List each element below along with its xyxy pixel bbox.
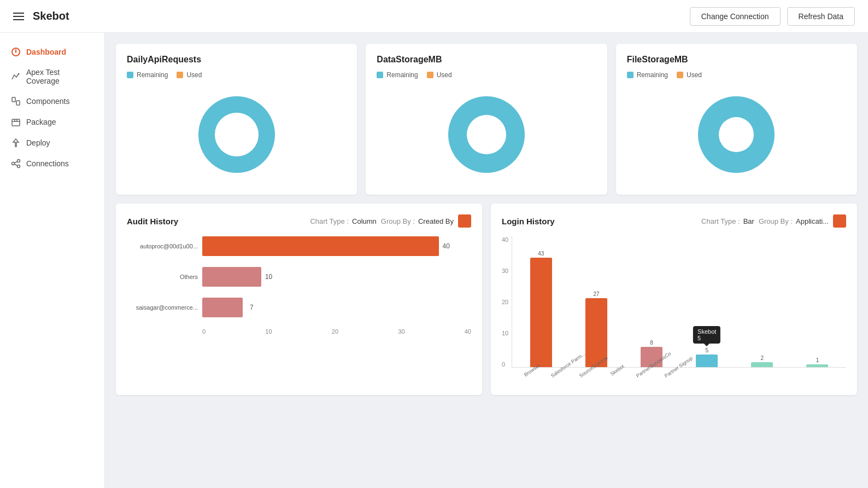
file-storage-title: FileStorageMB bbox=[627, 55, 846, 65]
audit-bar-val-1: 10 bbox=[265, 273, 272, 281]
audit-chart-body: autoproc@00d1u00... 40 Others 10 bbox=[127, 236, 471, 346]
svg-point-12 bbox=[215, 113, 259, 156]
daily-api-title: DailyApiRequests bbox=[127, 55, 346, 65]
remaining-dot bbox=[127, 72, 133, 78]
svg-point-1 bbox=[15, 51, 17, 53]
sidebar-item-apex[interactable]: Apex Test Coverage bbox=[0, 62, 104, 91]
audit-bar-row-2: saisagar@commerce... 7 bbox=[127, 298, 471, 317]
sidebar: Dashboard Apex Test Coverage Components bbox=[0, 33, 105, 488]
audit-x-axis: 0 10 20 30 40 bbox=[127, 328, 471, 335]
app-header: Skebot Change Connection Refresh Data bbox=[0, 0, 868, 33]
daily-api-legend: Remaining Used bbox=[127, 71, 346, 79]
audit-bar-row-0: autoproc@00d1u00... 40 bbox=[127, 236, 471, 256]
login-bar-0 bbox=[530, 258, 552, 367]
login-color-swatch bbox=[833, 214, 846, 228]
audit-x-2: 20 bbox=[332, 328, 338, 335]
bottom-cards-row: Audit History Chart Type : Column Group … bbox=[116, 204, 857, 395]
data-storage-remaining-legend: Remaining bbox=[377, 71, 418, 79]
login-chart-type-label: Chart Type : bbox=[701, 217, 740, 225]
fs-remaining-label: Remaining bbox=[637, 71, 668, 79]
svg-rect-3 bbox=[12, 97, 15, 102]
sidebar-item-dashboard[interactable]: Dashboard bbox=[0, 42, 104, 62]
file-storage-legend: Remaining Used bbox=[627, 71, 846, 79]
audit-bar-val-0: 40 bbox=[443, 242, 450, 250]
login-bar-group-0: 43 bbox=[517, 251, 565, 367]
login-chart-header: Login History Chart Type : Bar Group By … bbox=[502, 214, 846, 228]
login-group-by-label: Group By : bbox=[759, 217, 793, 225]
ds-used-dot bbox=[427, 72, 433, 78]
audit-bar-track-2: 7 bbox=[202, 298, 471, 317]
audit-group-by-value: Created By bbox=[418, 217, 454, 225]
audit-bar-label-1: Others bbox=[127, 274, 198, 280]
login-bar-5 bbox=[806, 364, 828, 367]
sidebar-item-connections[interactable]: Connections bbox=[0, 153, 104, 174]
data-storage-chart bbox=[377, 85, 596, 184]
audit-x-1: 10 bbox=[265, 328, 272, 335]
daily-api-chart bbox=[127, 85, 346, 184]
ds-remaining-label: Remaining bbox=[386, 71, 418, 79]
svg-point-6 bbox=[12, 162, 15, 165]
daily-api-remaining-legend: Remaining bbox=[127, 71, 168, 79]
file-storage-remaining-legend: Remaining bbox=[627, 71, 668, 79]
change-connection-button[interactable]: Change Connection bbox=[690, 7, 781, 26]
data-storage-title: DataStorageMB bbox=[377, 55, 596, 65]
audit-group-by: Group By : Created By bbox=[381, 217, 454, 225]
audit-bar-label-2: saisagar@commerce... bbox=[127, 304, 198, 311]
svg-line-10 bbox=[14, 164, 17, 166]
audit-title: Audit History bbox=[127, 217, 306, 226]
login-bars-container: 43 27 8 bbox=[512, 236, 846, 368]
audit-history-card: Audit History Chart Type : Column Group … bbox=[116, 204, 482, 395]
sidebar-item-components[interactable]: Components bbox=[0, 91, 104, 112]
login-bar-val-3: 5 bbox=[705, 347, 708, 353]
sidebar-label-deploy: Deploy bbox=[26, 138, 50, 147]
svg-line-9 bbox=[14, 161, 17, 163]
login-bar-group-5: 1 bbox=[793, 357, 842, 367]
audit-bar-val-2: 7 bbox=[250, 304, 254, 311]
audit-bar-0: 40 bbox=[202, 236, 439, 256]
audit-x-3: 30 bbox=[398, 328, 404, 335]
data-storage-card: DataStorageMB Remaining Used bbox=[366, 44, 607, 195]
login-x-labels: Browser Salesforce Parm... SourceScanner… bbox=[502, 370, 846, 380]
daily-api-svg bbox=[193, 91, 280, 178]
login-bar-group-4: 2 bbox=[738, 355, 787, 367]
login-bar-val-2: 8 bbox=[650, 340, 653, 346]
ds-remaining-dot bbox=[377, 72, 383, 78]
fs-used-label: Used bbox=[687, 71, 702, 79]
audit-chart-type-value: Column bbox=[352, 217, 377, 225]
audit-chart-type: Chart Type : Column bbox=[310, 217, 376, 225]
login-y-0: 0 bbox=[502, 361, 508, 368]
svg-rect-5 bbox=[12, 119, 20, 126]
sidebar-label-components: Components bbox=[26, 97, 69, 106]
sidebar-item-package[interactable]: Package bbox=[0, 112, 104, 132]
top-cards-row: DailyApiRequests Remaining Used bbox=[116, 44, 857, 195]
audit-bar-track-1: 10 bbox=[202, 267, 471, 287]
sidebar-label-package: Package bbox=[26, 118, 56, 126]
svg-point-8 bbox=[17, 165, 20, 168]
data-storage-svg bbox=[443, 91, 530, 178]
header-actions: Change Connection Refresh Data bbox=[690, 7, 855, 26]
used-label: Used bbox=[186, 71, 202, 79]
tooltip-label: Skebot bbox=[697, 328, 716, 335]
file-storage-svg bbox=[693, 91, 780, 178]
audit-bar-track-0: 40 bbox=[202, 236, 471, 256]
main-layout: Dashboard Apex Test Coverage Components bbox=[0, 33, 868, 488]
audit-bar-label-0: autoproc@00d1u00... bbox=[127, 243, 198, 249]
login-bar-3: Skebot 5 bbox=[696, 355, 718, 367]
hamburger-menu[interactable] bbox=[13, 13, 24, 20]
login-bar-4 bbox=[751, 362, 773, 367]
login-history-card: Login History Chart Type : Bar Group By … bbox=[491, 204, 857, 395]
connections-icon bbox=[11, 159, 21, 169]
audit-group-by-label: Group By : bbox=[381, 217, 415, 225]
audit-color-swatch bbox=[458, 214, 471, 228]
audit-bar-2: 7 bbox=[202, 298, 243, 317]
fs-used-dot bbox=[677, 72, 683, 78]
login-tooltip: Skebot 5 bbox=[693, 326, 720, 344]
login-group-by: Group By : Applicati... bbox=[759, 217, 829, 225]
refresh-data-button[interactable]: Refresh Data bbox=[787, 7, 855, 26]
data-storage-used-legend: Used bbox=[427, 71, 452, 79]
audit-x-4: 40 bbox=[465, 328, 471, 335]
sidebar-item-deploy[interactable]: Deploy bbox=[0, 132, 104, 153]
audit-bar-1: 10 bbox=[202, 267, 261, 287]
login-bar-val-0: 43 bbox=[538, 251, 544, 257]
svg-rect-4 bbox=[16, 101, 20, 105]
